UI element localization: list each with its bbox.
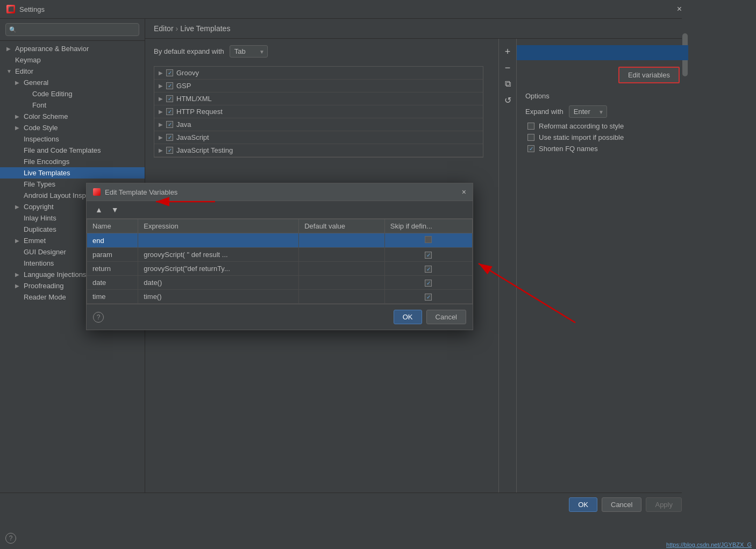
sidebar-item-code-style[interactable]: ▶ Code Style xyxy=(0,122,145,133)
sidebar-item-label: Live Templates xyxy=(24,169,70,177)
group-chevron-icon: ▶ xyxy=(159,134,163,140)
reformat-checkbox[interactable] xyxy=(527,123,534,130)
group-checkbox-groovy[interactable] xyxy=(166,69,173,76)
search-box: 🔍 xyxy=(0,19,145,41)
sidebar-item-label: Duplicates xyxy=(24,225,56,233)
expand-with-option-row: Expand with Enter Tab Space ▼ xyxy=(525,105,680,118)
group-js-testing[interactable]: ▶ JavaScript Testing xyxy=(154,144,483,157)
expand-with-option-select-wrapper: Enter Tab Space ▼ xyxy=(569,105,607,118)
sidebar-item-keymap[interactable]: Keymap xyxy=(0,54,145,66)
edit-variables-wrapper: Edit variables xyxy=(525,67,680,83)
dialog-title-left: Edit Template Variables xyxy=(93,188,177,196)
sidebar-item-file-and-code[interactable]: File and Code Templates xyxy=(0,145,145,156)
skip-checkbox-param[interactable] xyxy=(425,252,432,259)
group-checkbox-gsp[interactable] xyxy=(166,82,173,89)
sidebar-item-general[interactable]: ▶ General xyxy=(0,77,145,88)
sidebar-item-label: GUI Designer xyxy=(24,248,66,256)
revert-button[interactable]: ↺ xyxy=(501,94,514,106)
sidebar-item-appearance[interactable]: ▶ Appearance & Behavior xyxy=(0,43,145,54)
window-close-button[interactable]: × xyxy=(677,4,682,14)
chevron-icon: ▶ xyxy=(15,283,22,289)
sidebar-item-label: Copyright xyxy=(24,203,54,211)
static-import-label: Use static import if possible xyxy=(539,133,624,141)
cell-skip-date[interactable] xyxy=(384,276,472,290)
dialog-cancel-button[interactable]: Cancel xyxy=(426,310,466,324)
table-row-end[interactable]: end xyxy=(87,233,473,248)
dialog-close-button[interactable]: × xyxy=(462,188,466,196)
group-checkbox-htmlxml[interactable] xyxy=(166,95,173,102)
help-button-main[interactable]: ? xyxy=(5,533,16,544)
cancel-button[interactable]: Cancel xyxy=(602,497,641,512)
ok-button[interactable]: OK xyxy=(569,497,597,512)
add-button[interactable]: + xyxy=(501,45,514,58)
sidebar-item-file-encodings[interactable]: File Encodings xyxy=(0,156,145,167)
copy-button[interactable]: ⧉ xyxy=(501,77,514,90)
group-java[interactable]: ▶ Java xyxy=(154,118,483,131)
remove-button[interactable]: − xyxy=(501,61,514,74)
sidebar-item-code-editing[interactable]: Code Editing xyxy=(0,88,145,99)
options-title: Options xyxy=(525,92,680,100)
chevron-icon: ▶ xyxy=(15,238,22,244)
table-row-date[interactable]: date date() xyxy=(87,276,473,290)
cell-name-end: end xyxy=(87,233,138,248)
table-row-param[interactable]: param groovyScript( " def result ... xyxy=(87,248,473,262)
cell-skip-end[interactable] xyxy=(384,233,472,248)
table-row-return[interactable]: return groovyScript("def returnTy... xyxy=(87,262,473,276)
static-import-checkbox[interactable] xyxy=(527,134,534,141)
skip-checkbox-return[interactable] xyxy=(425,266,432,273)
cell-default-time xyxy=(299,290,385,304)
group-gsp[interactable]: ▶ GSP xyxy=(154,80,483,92)
skip-checkbox-time[interactable] xyxy=(425,294,432,301)
breadcrumb-live-templates: Live Templates xyxy=(180,24,230,33)
group-javascript[interactable]: ▶ JavaScript xyxy=(154,131,483,144)
help-icon-main[interactable]: ? xyxy=(5,533,16,544)
dialog-ok-button[interactable]: OK xyxy=(394,310,422,324)
group-name-js-testing: JavaScript Testing xyxy=(176,146,233,154)
edit-variables-button[interactable]: Edit variables xyxy=(618,67,680,83)
reformat-checkbox-row: Reformat according to style xyxy=(525,122,680,130)
sidebar-item-editor[interactable]: ▼ Editor xyxy=(0,66,145,77)
breadcrumb-separator: › xyxy=(176,24,179,33)
group-groovy[interactable]: ▶ Groovy xyxy=(154,67,483,80)
sidebar-item-label: File Encodings xyxy=(24,158,69,166)
cell-name-return: return xyxy=(87,262,138,276)
dialog-footer-right: OK Cancel xyxy=(394,310,466,324)
group-checkbox-http[interactable] xyxy=(166,108,173,115)
dialog-variables-table: Name Expression Default value Skip if de… xyxy=(87,219,473,304)
group-checkbox-js-testing[interactable] xyxy=(166,147,173,154)
expand-with-option-select[interactable]: Enter Tab Space xyxy=(569,105,607,118)
dialog-help-button[interactable]: ? xyxy=(93,312,104,323)
group-checkbox-java[interactable] xyxy=(166,121,173,128)
dialog-up-button[interactable]: ▲ xyxy=(92,204,106,215)
cell-expression-end xyxy=(138,233,299,248)
col-name: Name xyxy=(87,219,138,233)
status-bar-url[interactable]: https://blog.csdn.net/JGYBZX_G xyxy=(662,540,756,549)
skip-checkbox-end[interactable] xyxy=(425,236,432,243)
dialog-down-button[interactable]: ▼ xyxy=(108,204,122,215)
group-htmlxml[interactable]: ▶ HTML/XML xyxy=(154,92,483,105)
sidebar-item-inspections[interactable]: Inspections xyxy=(0,133,145,145)
dialog-titlebar: Edit Template Variables × xyxy=(87,183,473,201)
cell-skip-time[interactable] xyxy=(384,290,472,304)
apply-button[interactable]: Apply xyxy=(646,497,682,512)
group-http-request[interactable]: ▶ HTTP Request xyxy=(154,105,483,118)
chevron-icon: ▶ xyxy=(15,204,22,210)
sidebar-item-color-scheme[interactable]: ▶ Color Scheme xyxy=(0,111,145,122)
cell-default-date xyxy=(299,276,385,290)
expand-with-select[interactable]: Tab Enter Space xyxy=(230,45,268,58)
chevron-icon: ▶ xyxy=(15,113,22,119)
sidebar-item-live-templates[interactable]: Live Templates xyxy=(0,167,145,179)
sidebar-item-label: Emmet xyxy=(24,237,46,245)
skip-checkbox-date[interactable] xyxy=(425,280,432,287)
shorten-fq-checkbox[interactable] xyxy=(527,145,534,152)
table-row-time[interactable]: time time() xyxy=(87,290,473,304)
cell-skip-return[interactable] xyxy=(384,262,472,276)
sidebar-item-font[interactable]: Font xyxy=(0,99,145,111)
shorten-fq-checkbox-row: Shorten FQ names xyxy=(525,145,680,153)
expand-with-label: By default expand with xyxy=(154,47,224,55)
sidebar-item-label: Language Injections xyxy=(24,270,86,279)
cell-name-time: time xyxy=(87,290,138,304)
group-checkbox-javascript[interactable] xyxy=(166,134,173,141)
cell-skip-param[interactable] xyxy=(384,248,472,262)
search-input[interactable] xyxy=(5,23,139,36)
